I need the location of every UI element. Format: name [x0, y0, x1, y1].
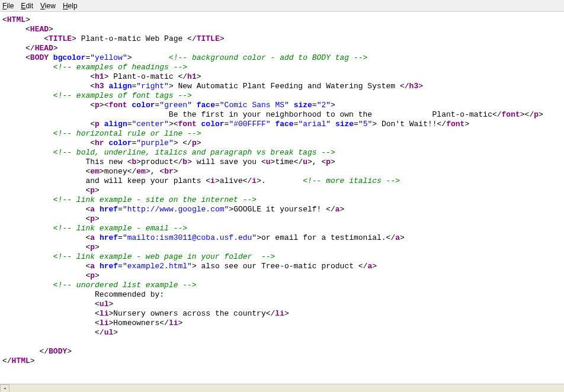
code-line[interactable]: <!-- link example - web page in your fol… — [2, 252, 562, 262]
code-line[interactable]: <p> — [2, 186, 562, 195]
code-line[interactable]: This new <b>product</b> will save you <u… — [2, 158, 562, 167]
code-line[interactable]: <TITLE> Plant-o-matic Web Page </TITLE> — [2, 34, 562, 44]
code-line[interactable] — [2, 338, 562, 347]
code-line[interactable]: <p> — [2, 243, 562, 252]
code-line[interactable]: <!-- link example - site on the internet… — [2, 195, 562, 205]
code-line[interactable]: <li>Nursery owners across the country</l… — [2, 309, 562, 319]
code-line[interactable]: </HTML> — [2, 356, 562, 366]
code-line[interactable]: <BODY bgcolor="yellow"> <!-- background … — [2, 53, 562, 63]
code-line[interactable]: <p><font color="green" face="Comic Sans … — [2, 101, 562, 110]
code-line[interactable]: <h3 align="right"> New Automatic Plant F… — [2, 82, 562, 91]
code-line[interactable]: <!-- bold, underline, italics and paragr… — [2, 148, 562, 158]
code-line[interactable]: <p> — [2, 271, 562, 281]
code-line[interactable]: and will keep your plants <i>alive</i>. … — [2, 176, 562, 186]
code-line[interactable]: <HEAD> — [2, 25, 562, 34]
code-line[interactable]: <!-- link example - email --> — [2, 224, 562, 233]
code-line[interactable]: <HTML> — [2, 15, 562, 25]
code-line[interactable]: <!-- horizontal rule or line --> — [2, 129, 562, 139]
menu-edit[interactable]: Edit — [21, 2, 33, 10]
code-line[interactable]: <ul> — [2, 300, 562, 309]
code-line[interactable]: Recommended by: — [2, 290, 562, 300]
code-line[interactable]: <hr color="purple"> </p> — [2, 139, 562, 148]
code-editor[interactable]: <HTML> <HEAD> <TITLE> Plant-o-matic Web … — [0, 12, 564, 384]
menu-help[interactable]: Help — [63, 2, 78, 10]
code-line[interactable]: <!-- examples of font tags --> — [2, 91, 562, 101]
code-line[interactable]: </BODY> — [2, 347, 562, 356]
menubar: File Edit View Help — [0, 0, 564, 12]
code-line[interactable]: Be the first in your neighborhood to own… — [2, 110, 562, 120]
code-line[interactable]: <em>money</em>, <br> — [2, 167, 562, 176]
menu-view[interactable]: View — [40, 2, 56, 10]
code-line[interactable]: <li>Homeowners</li> — [2, 319, 562, 328]
code-line[interactable]: <p> — [2, 214, 562, 224]
code-line[interactable]: <a href="example2.html"> also see our Tr… — [2, 262, 562, 271]
menu-file[interactable]: File — [2, 2, 14, 10]
code-line[interactable]: <p align="center"><font color="#00FFFF" … — [2, 120, 562, 129]
code-line[interactable]: <a href="mailto:ism3011@coba.usf.edu">or… — [2, 233, 562, 243]
code-line[interactable]: </HEAD> — [2, 44, 562, 53]
code-line[interactable]: <h1> Plant-o-matic </h1> — [2, 72, 562, 82]
code-line[interactable]: </ul> — [2, 328, 562, 338]
code-line[interactable]: <!-- examples of headings --> — [2, 63, 562, 72]
code-line[interactable]: <a href="http://www.google.com">GOOGLE i… — [2, 205, 562, 214]
code-line[interactable]: <!-- unordered list example --> — [2, 281, 562, 290]
